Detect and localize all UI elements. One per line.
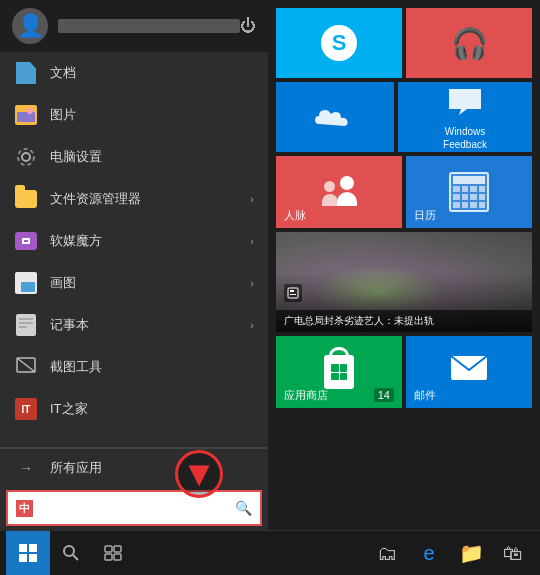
sniptool-icon <box>14 355 38 379</box>
all-apps-label: 所有应用 <box>50 459 254 477</box>
tile-store[interactable]: 应用商店 14 <box>276 336 402 408</box>
ithome-label: IT之家 <box>50 400 254 418</box>
svg-rect-4 <box>288 288 298 298</box>
svg-rect-8 <box>19 544 27 552</box>
avatar: 👤 <box>12 8 48 44</box>
taskbar-explorer[interactable]: 🗂 <box>366 531 408 575</box>
menu-item-explorer[interactable]: 文件资源管理器 › <box>0 178 268 220</box>
svg-point-0 <box>22 153 30 161</box>
zh-indicator: 中 <box>16 500 33 517</box>
taskbar-ie[interactable]: e <box>408 531 450 575</box>
menu-item-pictures[interactable]: 图片 <box>0 94 268 136</box>
pictures-label: 图片 <box>50 106 254 124</box>
arrow-icon2: › <box>250 235 254 247</box>
svg-rect-15 <box>114 546 121 552</box>
svg-rect-17 <box>114 554 121 560</box>
menu-items: 文档 图片 电脑设置 <box>0 52 268 447</box>
menu-item-softmagic[interactable]: 软媒魔方 › <box>0 220 268 262</box>
tiles-row5: 应用商店 14 邮件 <box>276 336 532 408</box>
power-button[interactable]: ⏻ <box>240 17 256 35</box>
tile-groove[interactable]: 🎧 <box>406 8 532 78</box>
svg-rect-16 <box>105 554 112 560</box>
renmai-icon <box>322 176 357 206</box>
settings-icon <box>14 145 38 169</box>
tile-renmai[interactable]: 人脉 <box>276 156 402 228</box>
feedback-label: WindowsFeedback <box>443 125 487 151</box>
tiles-row3: 人脉 日历 <box>276 156 532 228</box>
search-input[interactable] <box>39 501 235 516</box>
feedback-icon <box>447 87 483 121</box>
search-icon[interactable]: 🔍 <box>235 500 252 516</box>
mail-icon <box>449 354 489 382</box>
svg-point-12 <box>64 546 74 556</box>
taskview-icon <box>104 545 122 561</box>
store-label: 应用商店 <box>284 388 328 403</box>
pictures-icon <box>14 103 38 127</box>
settings-label: 电脑设置 <box>50 148 254 166</box>
menu-item-sniptool[interactable]: 截图工具 <box>0 346 268 388</box>
arrow-indicator: ▼ <box>175 450 223 498</box>
svg-rect-14 <box>105 546 112 552</box>
menu-item-ithome[interactable]: IT IT之家 <box>0 388 268 430</box>
skype-icon: S <box>321 25 357 61</box>
explorer-icon <box>14 187 38 211</box>
left-panel: 👤 ⏻ 文档 图片 <box>0 0 268 530</box>
notepad-icon <box>14 313 38 337</box>
documents-icon <box>14 61 38 85</box>
tiles-row2: WindowsFeedback <box>276 82 532 152</box>
taskbar: 🗂 e 📁 🛍 <box>0 530 540 575</box>
store-badge: 14 <box>374 388 394 402</box>
tiles-row4: 广电总局封杀劣迹艺人：未提出轨 <box>276 232 532 332</box>
menu-item-documents[interactable]: 文档 <box>0 52 268 94</box>
explorer-label: 文件资源管理器 <box>50 190 250 208</box>
menu-item-notepad[interactable]: 记事本 › <box>0 304 268 346</box>
groove-icon: 🎧 <box>451 25 487 61</box>
user-name <box>58 19 240 33</box>
tile-news[interactable]: 广电总局封杀劣迹艺人：未提出轨 <box>276 232 532 332</box>
tile-skype[interactable]: S <box>276 8 402 78</box>
tile-mail[interactable]: 邮件 <box>406 336 532 408</box>
tile-calendar[interactable]: 日历 <box>406 156 532 228</box>
svg-rect-5 <box>290 290 294 292</box>
user-header: 👤 ⏻ <box>0 0 268 52</box>
search-bar: 中 🔍 <box>6 490 262 526</box>
svg-rect-6 <box>290 294 296 295</box>
taskbar-search-icon <box>62 544 80 562</box>
softmagic-label: 软媒魔方 <box>50 232 250 250</box>
ithome-icon: IT <box>14 397 38 421</box>
calendar-label: 日历 <box>414 208 436 223</box>
tiles-panel: S 🎧 WindowsFeedback <box>268 0 540 530</box>
taskbar-explorer2[interactable]: 📁 <box>450 531 492 575</box>
documents-label: 文档 <box>50 64 254 82</box>
softmagic-icon <box>14 229 38 253</box>
menu-item-paint[interactable]: 画图 › <box>0 262 268 304</box>
arrow-icon4: › <box>250 319 254 331</box>
onedrive-icon <box>313 102 357 132</box>
sniptool-label: 截图工具 <box>50 358 254 376</box>
svg-rect-9 <box>29 544 37 552</box>
all-apps-icon: → <box>14 456 38 480</box>
menu-item-settings[interactable]: 电脑设置 <box>0 136 268 178</box>
arrow-icon: › <box>250 193 254 205</box>
all-apps-item[interactable]: → 所有应用 <box>0 448 268 486</box>
start-menu: 👤 ⏻ 文档 图片 <box>0 0 540 530</box>
arrow-icon3: › <box>250 277 254 289</box>
paint-label: 画图 <box>50 274 250 292</box>
svg-line-13 <box>73 555 78 560</box>
start-button[interactable] <box>6 531 50 575</box>
tile-onedrive[interactable] <box>276 82 394 152</box>
svg-line-3 <box>17 358 35 372</box>
news-overlay: 广电总局封杀劣迹艺人：未提出轨 <box>276 310 532 332</box>
taskbar-search[interactable] <box>50 531 92 575</box>
svg-rect-10 <box>19 554 27 562</box>
svg-point-1 <box>18 149 34 165</box>
calendar-icon <box>449 172 489 212</box>
tile-feedback[interactable]: WindowsFeedback <box>398 82 532 152</box>
svg-rect-11 <box>29 554 37 562</box>
taskbar-store[interactable]: 🛍 <box>492 531 534 575</box>
notepad-label: 记事本 <box>50 316 250 334</box>
store-icon <box>320 353 358 391</box>
taskbar-taskview[interactable] <box>92 531 134 575</box>
renmai-label: 人脉 <box>284 208 306 223</box>
paint-icon <box>14 271 38 295</box>
